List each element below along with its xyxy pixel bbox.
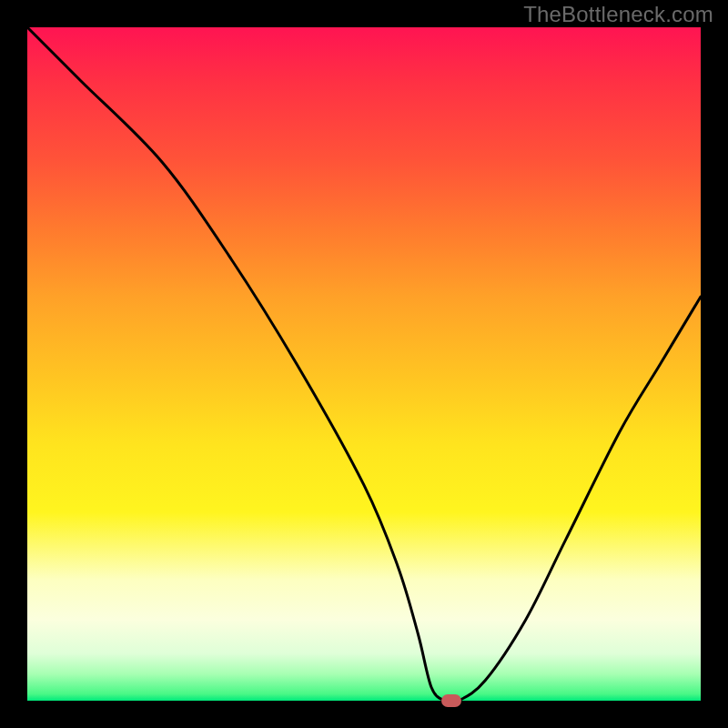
chart-container: TheBottleneck.com [0,0,728,728]
plot-area [27,27,701,701]
curve-svg [27,27,701,701]
bottleneck-curve [27,27,701,701]
minimum-marker [441,694,461,707]
watermark-text: TheBottleneck.com [523,2,713,27]
